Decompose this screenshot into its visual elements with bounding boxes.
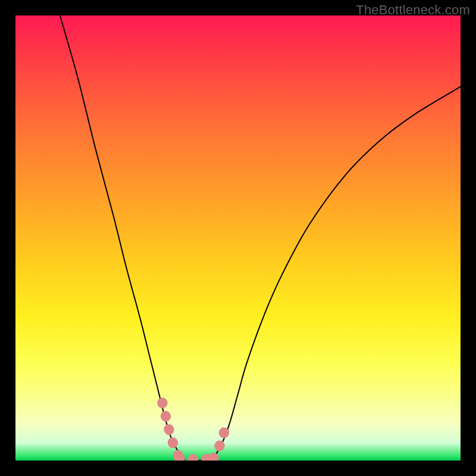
curves-svg [15, 15, 461, 461]
series-curve-left [60, 15, 211, 461]
chart-frame: TheBottleneck.com [0, 0, 476, 476]
series-highlight-right [214, 425, 226, 458]
watermark-text: TheBottleneck.com [356, 2, 470, 18]
series-highlight-bottom [179, 458, 214, 459]
series-curve-right [211, 87, 461, 461]
plot-area [15, 15, 461, 461]
